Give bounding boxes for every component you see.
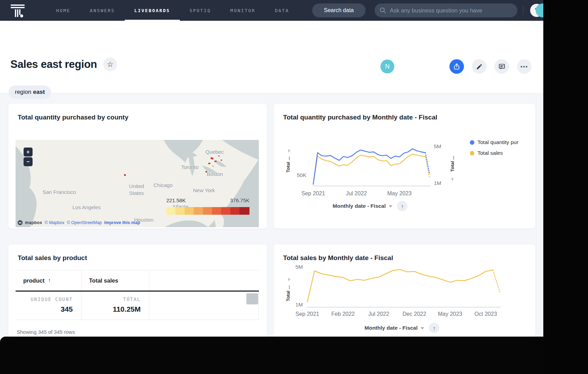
star-icon: ☆ bbox=[107, 60, 114, 69]
ask-question-input[interactable] bbox=[375, 3, 517, 17]
legend-item-sales[interactable]: Total sales bbox=[470, 150, 518, 156]
x-axis-control[interactable]: Monthly date - Fiscal ↑ bbox=[333, 201, 407, 211]
nav-right-section: Search data ? bbox=[312, 3, 543, 17]
y-axis-tick: 5M bbox=[434, 143, 441, 150]
chevron-down-icon bbox=[421, 327, 424, 329]
table-scrollbar[interactable] bbox=[246, 293, 258, 304]
chart-plot-area[interactable] bbox=[307, 262, 501, 308]
share-icon bbox=[453, 63, 460, 70]
page-title: Sales east region bbox=[10, 58, 97, 71]
improve-map-link[interactable]: Improve this map bbox=[104, 220, 140, 225]
column-header-total-sales[interactable]: Total sales bbox=[81, 270, 149, 291]
mapbox-logo-icon: m bbox=[18, 220, 23, 225]
legend-item-quantity[interactable]: Total quantity pur bbox=[470, 139, 518, 145]
favorite-star-button[interactable]: ☆ bbox=[103, 57, 117, 71]
axis-expand-icon[interactable] bbox=[288, 149, 290, 152]
legend-label: Total quantity pur bbox=[477, 139, 518, 145]
legend-label: Total sales bbox=[477, 150, 503, 156]
column-label: Total sales bbox=[89, 277, 118, 284]
y-axis-tick: 1M bbox=[295, 302, 303, 308]
map-attribution: m mapbox © Mapbox © OpenStreetMap Improv… bbox=[18, 220, 140, 225]
aggregate-label: UNIQUE COUNT bbox=[19, 296, 73, 302]
x-axis-ticks: Sep 2021Jul 2022May 2023 bbox=[313, 190, 430, 198]
column-header-empty bbox=[149, 270, 259, 291]
aggregate-value: 345 bbox=[19, 305, 73, 313]
mapbox-wordmark[interactable]: mapbox bbox=[25, 220, 42, 225]
map-label-united-states: United States bbox=[125, 183, 148, 197]
map-label-san-francisco: San Francisco bbox=[43, 189, 76, 195]
x-axis-tick: May 2023 bbox=[387, 190, 412, 197]
liveboard-grid: Total quantity purchased by county bbox=[0, 93, 543, 374]
nav-item-spotiq[interactable]: SPOTIQ bbox=[180, 0, 221, 21]
map-label-new-york: New York bbox=[193, 187, 215, 193]
map-label-toronto: Toronto bbox=[181, 164, 199, 170]
viz-card-quantity-by-county: Total quantity purchased by county bbox=[8, 104, 267, 229]
x-axis-tick: Oct 2023 bbox=[474, 311, 497, 317]
left-axis-ticks: 50K bbox=[291, 141, 308, 186]
top-nav: HOME ANSWERS LIVEBOARDS SPOTIQ MONITOR D… bbox=[0, 0, 543, 21]
x-axis-tick: Jul 2022 bbox=[346, 190, 367, 197]
geo-map[interactable]: + − Quebec Toronto Boston Chicago United… bbox=[16, 140, 259, 227]
table-header-row: product ↑ Total sales bbox=[16, 270, 259, 292]
chart-legend: Total quantity pur Total sales bbox=[470, 139, 518, 161]
map-zoom-out-button[interactable]: − bbox=[24, 157, 33, 166]
heat-legend-max: 376.75K bbox=[230, 197, 249, 203]
map-label-chicago: Chicago bbox=[153, 182, 173, 188]
search-data-button[interactable]: Search data bbox=[312, 3, 366, 17]
x-axis-ticks: Sep 2021Feb 2022Jul 2022Dec 2022May 2023… bbox=[307, 311, 501, 319]
map-zoom-controls: + − bbox=[24, 148, 33, 166]
nav-item-answers[interactable]: ANSWERS bbox=[80, 0, 124, 21]
x-axis-tick: Sep 2021 bbox=[301, 190, 325, 197]
heat-legend-labels: 221.58K 376.75K bbox=[166, 197, 249, 203]
nav-item-monitor[interactable]: MONITOR bbox=[221, 0, 265, 21]
x-axis-control[interactable]: Monthly date - Fiscal ↑ bbox=[365, 323, 439, 333]
pencil-icon bbox=[476, 63, 483, 70]
sort-asc-icon: ↑ bbox=[48, 277, 51, 284]
share-button[interactable] bbox=[449, 59, 464, 74]
nav-item-data[interactable]: DATA bbox=[265, 0, 299, 21]
map-label-los-angeles: Los Angeles bbox=[72, 204, 101, 210]
nav-item-liveboards[interactable]: LIVEBOARDS bbox=[125, 0, 180, 21]
bottom-black-bar bbox=[0, 337, 588, 374]
viz-title: Total quantity purchased by Monthly date… bbox=[283, 114, 437, 121]
viz-title: Total sales by Monthly date - Fiscal bbox=[283, 254, 393, 262]
sort-direction-button[interactable]: ↑ bbox=[397, 201, 407, 211]
owner-avatar[interactable]: N bbox=[380, 60, 394, 73]
column-label: product bbox=[23, 277, 44, 284]
x-axis-control-label: Monthly date - Fiscal bbox=[365, 325, 418, 331]
map-zoom-in-button[interactable]: + bbox=[24, 148, 33, 157]
liveboard-header: Sales east region ☆ N bbox=[0, 21, 543, 93]
viz-title: Total sales by product bbox=[18, 254, 87, 262]
nav-menu: HOME ANSWERS LIVEBOARDS SPOTIQ MONITOR D… bbox=[46, 0, 299, 21]
nav-item-home[interactable]: HOME bbox=[46, 0, 80, 21]
aggregate-value: 110.25M bbox=[85, 305, 141, 313]
left-axis-title: Total ... bbox=[286, 157, 291, 172]
app-window: HOME ANSWERS LIVEBOARDS SPOTIQ MONITOR D… bbox=[0, 0, 543, 374]
viz-card-quantity-by-month: Total quantity purchased by Monthly date… bbox=[274, 104, 535, 229]
ellipsis-icon: ⋯ bbox=[520, 65, 528, 68]
sort-direction-button[interactable]: ↑ bbox=[429, 323, 439, 333]
viz-card-sales-by-product: Total sales by product product ↑ Total s… bbox=[8, 244, 267, 347]
legend-dot-blue bbox=[470, 140, 474, 145]
comment-button[interactable] bbox=[494, 59, 509, 74]
screenshot-canvas: HOME ANSWERS LIVEBOARDS SPOTIQ MONITOR D… bbox=[0, 0, 588, 374]
map-label-boston: Boston bbox=[207, 171, 223, 177]
viz-title: Total quantity purchased by county bbox=[18, 114, 129, 121]
x-axis-control-label: Monthly date - Fiscal bbox=[333, 203, 386, 209]
x-axis-tick: Jul 2022 bbox=[368, 311, 389, 317]
mapbox-link[interactable]: © Mapbox bbox=[45, 220, 64, 225]
thoughtspot-logo-icon[interactable] bbox=[10, 2, 26, 18]
more-options-button[interactable]: ⋯ bbox=[517, 59, 532, 74]
table-summary-row: UNIQUE COUNT 345 TOTAL 110.25M bbox=[16, 292, 259, 320]
chart-plot-area[interactable] bbox=[313, 141, 430, 186]
x-axis-tick: Sep 2021 bbox=[296, 311, 319, 317]
edit-button[interactable] bbox=[472, 59, 486, 74]
viz-card-sales-by-month: Total sales by Monthly date - Fiscal Tot… bbox=[274, 244, 535, 347]
heat-legend-gradient bbox=[166, 207, 249, 215]
legend-dot-yellow bbox=[470, 151, 474, 155]
osm-link[interactable]: © OpenStreetMap bbox=[67, 220, 102, 225]
axis-expand-icon[interactable] bbox=[451, 177, 453, 181]
column-header-product[interactable]: product ↑ bbox=[16, 270, 81, 291]
x-axis-tick: Feb 2022 bbox=[331, 311, 355, 317]
summary-cell-empty bbox=[149, 292, 259, 320]
